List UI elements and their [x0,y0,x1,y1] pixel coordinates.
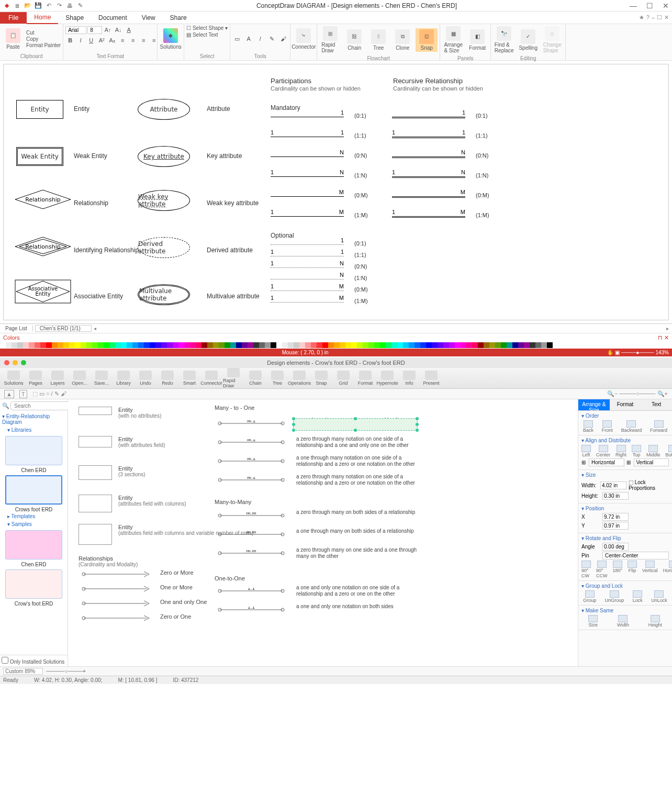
select-text-button[interactable]: ▤ Select Text [186,32,218,38]
btn-height[interactable]: Height [648,615,662,628]
undo-icon[interactable]: ↶ [45,2,52,9]
color-swatch[interactable] [196,342,201,348]
entity-box[interactable] [79,524,112,545]
tb-pages[interactable]: Pages [25,371,46,386]
color-swatch[interactable] [81,342,86,348]
sample-chen-thumb[interactable] [5,530,62,559]
italic-icon[interactable]: I [76,36,85,45]
color-swatch[interactable] [420,342,426,348]
color-swatch[interactable] [0,342,6,348]
canvas[interactable]: Entity Entity Weak Entity Weak Entity Re… [4,64,668,320]
print-icon[interactable]: 🖶 [66,2,73,9]
tree-templates[interactable]: ▸ Templates [0,512,68,520]
btn-front[interactable]: Front [602,420,613,433]
cardinality-line[interactable]: N [392,156,465,158]
entity-box[interactable] [79,495,112,512]
angle-input[interactable] [602,543,629,551]
align-h-label[interactable]: Horizontal [589,458,624,466]
color-swatch[interactable] [104,342,109,348]
tb-present[interactable]: Present [421,371,442,386]
sample-crows-thumb[interactable] [5,569,62,599]
associative-entity-shape[interactable]: AssociativeEntity [14,279,72,306]
colors-pin-icon[interactable]: ⊓ [658,334,663,341]
solutions-button[interactable]: ◆ Solutions [160,27,182,51]
btn-size[interactable]: Size [588,615,598,628]
color-swatch[interactable] [121,342,127,348]
color-swatch[interactable] [374,342,380,348]
color-swatch[interactable] [58,342,63,348]
color-swatch[interactable] [294,342,299,348]
color-swatch[interactable] [109,342,115,348]
color-swatch[interactable] [363,342,368,348]
lib-thumb-chen[interactable] [5,436,62,465]
sup-icon[interactable]: A² [97,36,106,45]
entity-box[interactable] [79,436,112,447]
cardinality-line[interactable]: N [271,156,344,157]
btn-group[interactable]: Group [583,590,596,603]
cardinality-line[interactable]: 1 M [392,216,465,218]
font-color-icon[interactable]: A [124,25,133,35]
color-swatch[interactable] [403,342,409,348]
btn-top[interactable]: Top [632,445,641,457]
text-icon[interactable]: T [19,390,27,398]
spelling-button[interactable]: ✓Spelling [517,28,539,52]
canvas-area[interactable]: Entity Entity Weak Entity Weak Entity Re… [3,64,669,320]
connector-button[interactable]: ⤷ Connector [293,27,315,51]
cardinality-line[interactable]: 1 N [271,267,344,268]
color-swatch[interactable] [46,342,52,348]
color-swatch[interactable] [225,342,230,348]
color-swatch[interactable] [69,342,75,348]
max2-icon[interactable]: ☐ [657,14,662,21]
color-swatch[interactable] [150,342,155,348]
color-swatch[interactable] [75,342,81,348]
color-swatch[interactable] [501,342,507,348]
line-tool-icon[interactable]: / [255,34,265,43]
mac-canvas[interactable]: Entity (with no attributes) Entity (with… [68,399,578,666]
save-icon[interactable]: 💾 [35,2,42,9]
open-icon[interactable]: 📂 [24,2,31,9]
arrange-size-button[interactable]: ▦Arrange & Size [442,25,464,54]
page-next-icon[interactable]: ▸ [666,326,672,331]
color-swatch[interactable] [345,342,351,348]
color-swatch[interactable] [426,342,432,348]
y-input[interactable] [602,522,629,530]
entity-box[interactable] [79,465,112,480]
color-swatch[interactable] [484,342,489,348]
color-swatch[interactable] [443,342,449,348]
format-painter-button[interactable]: Format Painter [26,42,61,48]
font-size-select[interactable]: 8 [87,26,102,34]
tb-tree[interactable]: Tree [267,371,288,386]
align-v-label[interactable]: Vertical [634,458,669,466]
tb-solutions[interactable]: Solutions [3,371,24,386]
cardinality-line[interactable]: 1 1 [271,256,344,256]
zoom-in-icon[interactable]: + [83,668,86,674]
brush-tool-icon[interactable]: 🖌 [278,34,288,43]
color-swatch[interactable] [334,342,340,348]
min2-icon[interactable]: – [652,14,655,21]
tree-libraries[interactable]: ▾ Libraries [0,426,68,434]
color-swatch[interactable] [190,342,196,348]
color-swatch[interactable] [432,342,438,348]
color-swatch[interactable] [317,342,322,348]
color-palette[interactable] [0,342,672,349]
format-button[interactable]: ◧Format [466,28,488,52]
color-swatch[interactable] [276,342,282,348]
align-r-icon[interactable]: ≡ [139,36,148,45]
tb-grid[interactable]: Grid [333,371,354,386]
color-swatch[interactable] [397,342,403,348]
key-attribute-shape[interactable]: Key attribute [138,146,190,167]
btn-backward[interactable]: Backward [621,420,642,433]
tb-redo[interactable]: Redo [157,371,178,386]
redo-icon[interactable]: ↷ [55,2,63,9]
tb-save[interactable]: Save... [91,371,112,386]
cardinality-line[interactable]: 1 N [392,176,465,178]
tb-layers[interactable]: Layers [47,371,68,386]
tb-hypernote[interactable]: Hypernote [377,371,398,386]
help-icon[interactable]: ? [646,14,649,21]
btn-forward[interactable]: Forward [650,420,667,433]
color-swatch[interactable] [248,342,253,348]
cardinality-line[interactable]: M [271,196,344,197]
color-swatch[interactable] [259,342,265,348]
color-swatch[interactable] [52,342,58,348]
color-swatch[interactable] [17,342,23,348]
